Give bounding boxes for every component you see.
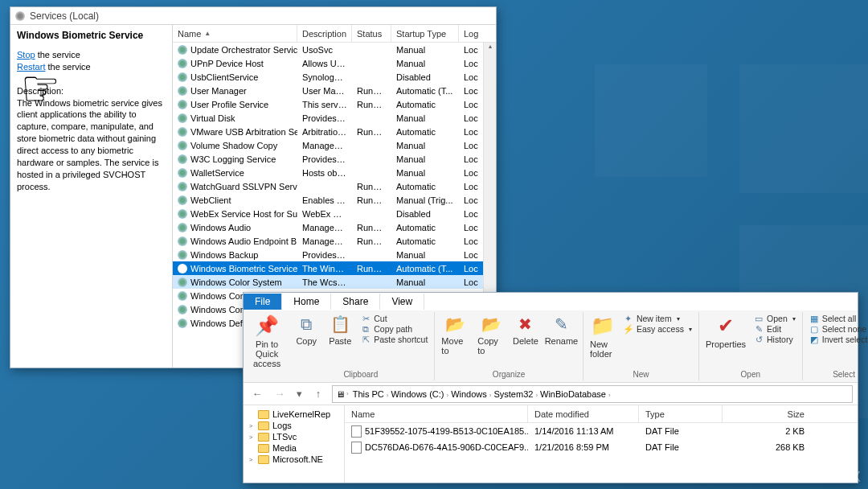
restart-service-link[interactable]: Restart [17, 62, 45, 72]
breadcrumb-segment[interactable]: This PC [350, 389, 387, 399]
breadcrumb-segment[interactable]: WinBioDatabase [538, 389, 608, 399]
breadcrumb-segment[interactable]: Windows [448, 389, 489, 399]
service-row[interactable]: User ManagerUser Manag...RunningAutomati… [173, 84, 496, 97]
service-row[interactable]: Windows Biometric ServiceThe Windo...Run… [173, 261, 496, 275]
file-columns-header[interactable]: Name Date modified Type Size [345, 405, 858, 423]
service-row[interactable]: WalletServiceHosts objec...ManualLoc [173, 166, 496, 179]
copy-button[interactable]: ⧉ Copy [293, 314, 319, 346]
file-row[interactable]: 51F39552-1075-4199-B513-0C10EA185...1/14… [345, 423, 858, 439]
service-row[interactable]: UPnP Device HostAllows UPn...ManualLoc [173, 56, 496, 70]
address-bar-row: ← → ▾ ↑ 🖥 › This PC›Windows (C:)›Windows… [244, 383, 858, 405]
select-none-icon: ▢ [809, 324, 819, 334]
service-row[interactable]: Windows Audio Endpoint B...Manages au...… [173, 234, 496, 248]
service-icon [178, 45, 187, 55]
service-row[interactable]: Windows Color SystemThe WcsPlu...ManualL… [173, 275, 496, 289]
paste-shortcut-icon: ⇱ [361, 335, 371, 344]
edit-button[interactable]: ✎Edit [754, 324, 796, 334]
rename-button[interactable]: ✎Rename [547, 314, 576, 346]
service-icon [178, 59, 187, 68]
service-row[interactable]: Virtual DiskProvides m...ManualLoc [173, 111, 496, 125]
tab-file[interactable]: File [244, 294, 282, 310]
select-all-button[interactable]: ▦Select all [809, 314, 868, 323]
col-description[interactable]: Description [297, 25, 352, 42]
tree-caret-icon: > [247, 456, 255, 463]
service-row[interactable]: WatchGuard SSLVPN ServiceRunningAutomati… [173, 179, 496, 193]
service-row[interactable]: User Profile ServiceThis service ...Runn… [173, 97, 496, 111]
breadcrumb-segment[interactable]: Windows (C:) [388, 389, 446, 399]
copy-path-button[interactable]: ⧉Copy path [361, 324, 428, 334]
services-columns-header[interactable]: Name▲ Description Status Startup Type Lo… [173, 25, 496, 43]
service-row[interactable]: UsbClientServiceSynology R...DisabledLoc [173, 70, 496, 84]
paste-button[interactable]: 📋 Paste [327, 314, 353, 346]
service-row[interactable]: WebClientEnables Win...RunningManual (Tr… [173, 193, 496, 207]
new-folder-button[interactable]: 📁New folder [590, 314, 616, 359]
folder-tree[interactable]: LiveKernelRep>Logs>LTSvc Media>Microsoft… [244, 405, 345, 483]
nav-forward-button[interactable]: → [271, 385, 289, 403]
service-row[interactable]: WebEx Service Host for Sup...WebEx Sup..… [173, 207, 496, 220]
service-icon [178, 72, 187, 82]
invert-selection-button[interactable]: ◩Invert selection [809, 335, 868, 344]
breadcrumb-segment[interactable]: System32 [491, 389, 535, 399]
service-row[interactable]: Update Orchestrator ServiceUsoSvcManualL… [173, 43, 496, 56]
col-logon[interactable]: Log [459, 25, 485, 42]
service-icon [178, 141, 187, 150]
fcol-type[interactable]: Type [639, 405, 723, 422]
fcol-name[interactable]: Name [345, 405, 528, 422]
invert-icon: ◩ [809, 335, 819, 344]
col-name[interactable]: Name [178, 29, 201, 39]
copy-to-button[interactable]: 📂Copy to [477, 314, 505, 355]
copy-path-icon: ⧉ [361, 324, 371, 334]
ribbon-tabs: File Home Share View [244, 293, 858, 310]
services-titlebar: Services (Local) [10, 7, 496, 25]
rename-icon: ✎ [551, 314, 571, 335]
fcol-date[interactable]: Date modified [528, 405, 639, 422]
nav-recent-button[interactable]: ▾ [293, 385, 305, 403]
service-row[interactable]: W3C Logging ServiceProvides W...ManualLo… [173, 152, 496, 166]
service-icon [178, 182, 187, 191]
easy-access-button[interactable]: ⚡Easy access▾ [624, 324, 692, 334]
open-button[interactable]: ▭Open▾ [754, 314, 796, 323]
properties-button[interactable]: ✔Properties [706, 314, 746, 349]
paste-shortcut-button[interactable]: ⇱Paste shortcut [361, 335, 428, 344]
tree-item[interactable]: >LTSvc [245, 431, 342, 442]
service-row[interactable]: Volume Shadow CopyManages an...ManualLoc [173, 138, 496, 152]
cut-button[interactable]: ✂Cut [361, 314, 428, 323]
tab-view[interactable]: View [380, 294, 424, 310]
select-group-label: Select [809, 368, 868, 380]
service-icon [178, 223, 187, 232]
stop-service-link[interactable]: Stop [17, 50, 35, 60]
file-row[interactable]: DC576DA6-D676-4A15-906D-C0CEAF9...1/21/2… [345, 439, 858, 455]
tree-item[interactable]: >Logs [245, 420, 342, 431]
new-item-button[interactable]: ✦New item▾ [624, 314, 692, 323]
cut-icon: ✂ [361, 314, 371, 323]
paste-icon: 📋 [330, 314, 350, 335]
service-row[interactable]: VMware USB Arbitration Ser...Arbitration… [173, 125, 496, 138]
nav-back-button[interactable]: ← [248, 385, 266, 403]
chevron-right-icon: › [608, 392, 611, 399]
tree-item[interactable]: >Microsoft.NE [245, 454, 342, 465]
history-button[interactable]: ↺History [754, 335, 796, 344]
address-bar[interactable]: 🖥 › This PC›Windows (C:)›Windows›System3… [332, 385, 853, 403]
col-startup[interactable]: Startup Type [391, 25, 459, 42]
tree-item[interactable]: Media [245, 442, 342, 454]
scroll-up-icon[interactable]: ▴ [489, 43, 492, 50]
nav-up-button[interactable]: ↑ [309, 385, 327, 403]
tab-share[interactable]: Share [331, 294, 380, 310]
fcol-size[interactable]: Size [723, 405, 811, 422]
tab-home[interactable]: Home [282, 294, 331, 310]
col-status[interactable]: Status [352, 25, 391, 42]
tree-caret-icon [247, 411, 255, 418]
tree-item[interactable]: LiveKernelRep [245, 409, 342, 420]
delete-button[interactable]: ✖Delete [513, 314, 538, 346]
move-to-button[interactable]: 📂Move to [441, 314, 469, 355]
service-icon [178, 318, 187, 328]
sort-caret-icon: ▲ [204, 30, 211, 37]
pin-quick-access-button[interactable]: 📌 Pin to Quick access [253, 314, 280, 368]
selected-service-name: Windows Biometric Service [17, 30, 166, 41]
service-row[interactable]: Windows AudioManages au...RunningAutomat… [173, 220, 496, 234]
service-icon [178, 154, 187, 164]
file-list[interactable]: 51F39552-1075-4199-B513-0C10EA185...1/14… [345, 423, 858, 455]
select-none-button[interactable]: ▢Select none [809, 324, 868, 334]
service-row[interactable]: Windows BackupProvides Wi...ManualLoc [173, 248, 496, 261]
tree-caret-icon: > [247, 422, 255, 429]
